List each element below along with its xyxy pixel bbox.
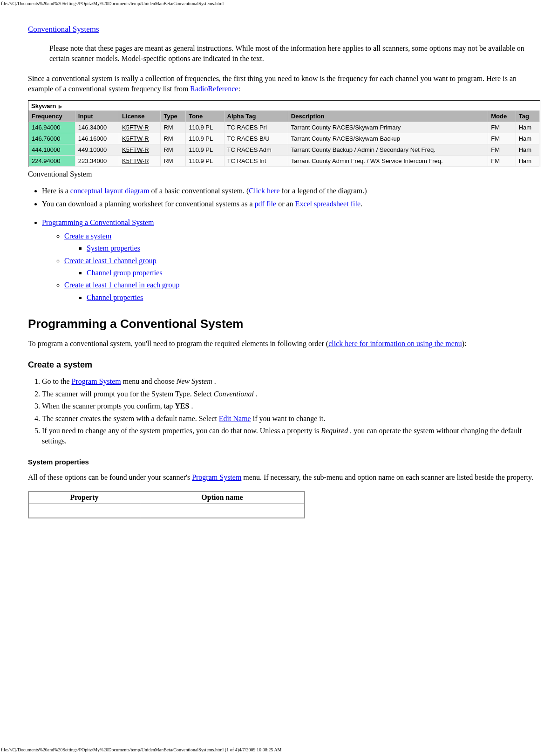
cell-tone: 110.9 PL bbox=[186, 133, 224, 144]
cell-frequency: 146.76000 bbox=[29, 133, 75, 144]
cell-frequency: 444.10000 bbox=[29, 144, 75, 155]
cell-tone: 110.9 PL bbox=[186, 155, 224, 166]
toc-create-group-link[interactable]: Create at least 1 channel group bbox=[64, 257, 156, 265]
file-path-header: file:///C|/Documents%20and%20Settings/PO… bbox=[0, 0, 551, 6]
cell-alpha: TC RACES Pri bbox=[224, 122, 288, 133]
col-license: License bbox=[119, 110, 161, 122]
cell-type: RM bbox=[161, 133, 186, 144]
toc-create-system-link[interactable]: Create a system bbox=[64, 232, 111, 240]
skywarn-title: Skywarn ▶ bbox=[28, 101, 540, 109]
prog-intro-text-2: ): bbox=[462, 340, 467, 347]
toc-item-create-channel: Create at least 1 channel in each group … bbox=[64, 280, 540, 303]
excel-file-link[interactable]: Excel spreadsheet file bbox=[295, 200, 361, 208]
program-system-link-2[interactable]: Program System bbox=[192, 473, 241, 481]
cell-frequency: 224.94000 bbox=[29, 155, 75, 166]
conventional-systems-link[interactable]: Conventional Systems bbox=[28, 25, 99, 34]
step-2: The scanner will prompt you for the Syst… bbox=[42, 389, 540, 399]
note-block: Please note that these pages are meant a… bbox=[49, 43, 540, 64]
step-bold: YES bbox=[175, 402, 189, 410]
bullet-text: for a legend of the diagram.) bbox=[280, 187, 367, 195]
cell-tag: Ham bbox=[516, 144, 539, 155]
cell-license: K5FTW-R bbox=[119, 122, 161, 133]
col-mode: Mode bbox=[488, 110, 516, 122]
cell-desc: Tarrant County RACES/Skywarn Backup bbox=[288, 133, 488, 144]
intro-paragraph: Since a conventional system is really a … bbox=[28, 74, 540, 95]
cell-tag: Ham bbox=[516, 122, 539, 133]
expand-arrow-icon: ▶ bbox=[59, 104, 62, 109]
cell-mode: FM bbox=[488, 155, 516, 166]
col-property: Property bbox=[28, 491, 140, 504]
system-properties-heading: System properties bbox=[28, 458, 540, 466]
step-4: The scanner creates the system with a de… bbox=[42, 414, 540, 424]
image-caption: Conventional System bbox=[28, 170, 540, 178]
table-row: 224.94000 223.34000 K5FTW-R RM 110.9 PL … bbox=[29, 155, 540, 166]
prog-intro-text-1: To program a conventional system, you'll… bbox=[28, 340, 328, 347]
step-5: If you need to change any of the system … bbox=[42, 426, 540, 447]
cell-alpha: TC RACES Adm bbox=[224, 144, 288, 155]
cell-tag: Ham bbox=[516, 133, 539, 144]
cell-tone: 110.9 PL bbox=[186, 144, 224, 155]
program-system-link[interactable]: Program System bbox=[72, 377, 121, 385]
col-tag: Tag bbox=[516, 110, 539, 122]
col-type: Type bbox=[161, 110, 186, 122]
pdf-file-link[interactable]: pdf file bbox=[255, 200, 277, 208]
sysprops-text-1: All of these options can be found under … bbox=[28, 473, 192, 481]
intro-text-2: : bbox=[238, 85, 240, 93]
bullet-download-worksheet: You can download a planning worksheet fo… bbox=[42, 199, 540, 209]
cell-mode: FM bbox=[488, 144, 516, 155]
sysprops-text-2: menu. If necessary, the sub-menu and opt… bbox=[241, 473, 533, 481]
cell-tone: 110.9 PL bbox=[186, 122, 224, 133]
bullet-text: Here is a bbox=[42, 187, 70, 195]
intro-text-1: Since a conventional system is really a … bbox=[28, 75, 517, 93]
bullet-text: or an bbox=[276, 200, 295, 208]
cell-alpha: TC RACES B/U bbox=[224, 133, 288, 144]
cell-license: K5FTW-R bbox=[119, 144, 161, 155]
toc-channel-props-link[interactable]: Channel properties bbox=[87, 293, 143, 301]
toc-system-props-link[interactable]: System properties bbox=[87, 244, 140, 252]
toc-group-props-link[interactable]: Channel group properties bbox=[87, 269, 163, 277]
step-text: . bbox=[189, 402, 193, 410]
bullet-text: You can download a planning worksheet fo… bbox=[42, 200, 255, 208]
cell-license: K5FTW-R bbox=[119, 133, 161, 144]
conceptual-layout-link[interactable]: conceptual layout diagram bbox=[70, 187, 150, 195]
cell-input: 146.34000 bbox=[75, 122, 119, 133]
cell-input: 223.34000 bbox=[75, 155, 119, 166]
cell-mode: FM bbox=[488, 133, 516, 144]
col-tone: Tone bbox=[186, 110, 224, 122]
cell-empty bbox=[28, 504, 140, 518]
cell-mode: FM bbox=[488, 122, 516, 133]
step-1: Go to the Program System menu and choose… bbox=[42, 376, 540, 387]
toc-item-channel-props: Channel properties bbox=[87, 293, 540, 303]
step-text: When the scanner prompts you confirm, ta… bbox=[42, 402, 175, 410]
step-italic: Conventional bbox=[214, 390, 254, 398]
legend-link[interactable]: Click here bbox=[249, 187, 279, 195]
step-text: The scanner creates the system with a de… bbox=[42, 415, 219, 422]
step-text: If you need to change any of the system … bbox=[42, 427, 321, 435]
edit-name-link[interactable]: Edit Name bbox=[219, 415, 251, 422]
step-3: When the scanner prompts you confirm, ta… bbox=[42, 401, 540, 411]
toc-programming-link[interactable]: Programming a Conventional System bbox=[42, 218, 154, 226]
menu-info-link[interactable]: click here for information on using the … bbox=[328, 340, 462, 347]
step-text: . bbox=[212, 377, 216, 385]
toc-item-create-system: Create a system System properties bbox=[64, 231, 540, 254]
table-row: 146.94000 146.34000 K5FTW-R RM 110.9 PL … bbox=[29, 122, 540, 133]
cell-frequency: 146.94000 bbox=[29, 122, 75, 133]
bullet-conceptual-layout: Here is a conceptual layout diagram of a… bbox=[42, 186, 540, 196]
file-path-footer: file:///C|/Documents%20and%20Settings/PO… bbox=[1, 747, 282, 752]
toc-create-channel-link[interactable]: Create at least 1 channel in each group bbox=[64, 281, 179, 289]
step-text: Go to the bbox=[42, 377, 72, 385]
table-row: 146.76000 146.16000 K5FTW-R RM 110.9 PL … bbox=[29, 133, 540, 144]
step-text: The scanner will prompt you for the Syst… bbox=[42, 390, 214, 398]
toc-item-programming: Programming a Conventional System Create… bbox=[42, 218, 540, 303]
table-header-row: Frequency Input License Type Tone Alpha … bbox=[29, 110, 540, 122]
cell-alpha: TC RACES Int bbox=[224, 155, 288, 166]
step-italic: New System bbox=[177, 377, 212, 385]
skywarn-title-text: Skywarn bbox=[31, 102, 56, 109]
radioreference-link[interactable]: RadioReference bbox=[190, 85, 238, 93]
cell-type: RM bbox=[161, 144, 186, 155]
toc-item-system-props: System properties bbox=[87, 243, 540, 253]
cell-desc: Tarrant County RACES/Skywarn Primary bbox=[288, 122, 488, 133]
cell-tag: Ham bbox=[516, 155, 539, 166]
cell-input: 146.16000 bbox=[75, 133, 119, 144]
programming-intro: To program a conventional system, you'll… bbox=[28, 339, 540, 349]
